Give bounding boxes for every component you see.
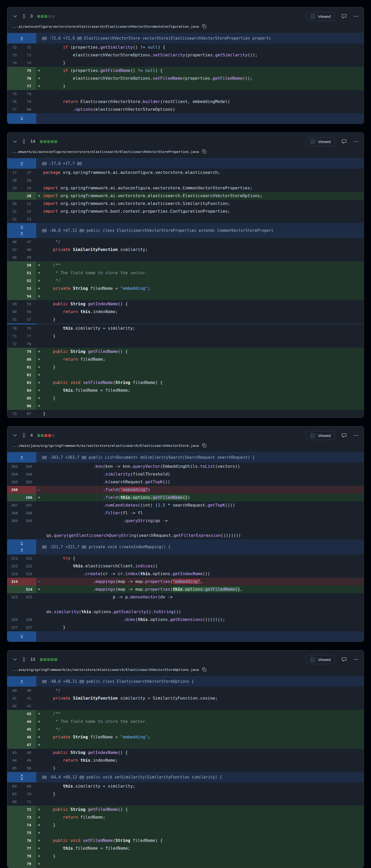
new-line-number[interactable]: 82 — [22, 371, 36, 379]
new-line-number[interactable]: 57 — [22, 316, 36, 323]
old-line-number[interactable] — [7, 852, 22, 860]
new-line-number[interactable]: 84 — [22, 386, 36, 394]
new-line-number[interactable]: 72 — [22, 806, 36, 813]
old-line-number[interactable]: 41 — [7, 694, 22, 702]
old-line-number[interactable]: 75 — [7, 90, 22, 98]
old-line-number[interactable] — [7, 402, 22, 410]
new-line-number[interactable]: 77 — [22, 82, 36, 90]
copy-path-button[interactable] — [202, 24, 207, 29]
old-line-number[interactable]: 49 — [7, 300, 22, 308]
old-line-number[interactable]: 45 — [7, 764, 22, 772]
old-line-number[interactable] — [7, 725, 22, 733]
new-line-number[interactable]: 79 — [22, 860, 36, 868]
new-line-number[interactable]: 23 — [22, 215, 36, 223]
new-line-number[interactable]: 74 — [22, 59, 36, 67]
old-line-number[interactable] — [7, 386, 22, 394]
old-line-number[interactable]: 72 — [7, 340, 22, 348]
old-line-number[interactable]: 17 — [7, 169, 22, 177]
kebab-menu-button[interactable] — [353, 433, 359, 438]
new-line-number[interactable]: 78 — [22, 852, 36, 860]
viewed-button[interactable]: Viewed — [306, 137, 335, 146]
old-line-number[interactable] — [7, 821, 22, 829]
new-line-number[interactable]: 56 — [22, 308, 36, 316]
new-line-number[interactable]: 18 — [22, 177, 36, 184]
new-line-number[interactable]: 83 — [22, 379, 36, 386]
expand-file-handle[interactable] — [22, 433, 26, 438]
new-line-number[interactable]: 53 — [22, 285, 36, 292]
old-line-number[interactable]: 263 — [7, 463, 22, 470]
old-line-number[interactable] — [7, 371, 22, 379]
new-line-number[interactable]: 50 — [22, 261, 36, 269]
new-line-number[interactable]: 54 — [22, 292, 36, 300]
expand-down-button[interactable] — [7, 113, 36, 124]
old-line-number[interactable]: 19 — [7, 184, 22, 192]
new-line-number[interactable]: 263 — [22, 463, 36, 470]
new-line-number[interactable]: 20 — [22, 192, 36, 200]
old-line-number[interactable] — [7, 733, 22, 741]
new-line-number[interactable]: 41 — [22, 694, 36, 702]
new-line-number[interactable]: 49 — [22, 253, 36, 261]
new-line-number[interactable]: 45 — [22, 725, 36, 733]
new-line-number[interactable]: 76 — [22, 74, 36, 82]
copy-path-button[interactable] — [202, 443, 207, 448]
old-line-number[interactable]: 268 — [7, 509, 22, 517]
new-line-number[interactable]: 77 — [22, 332, 36, 340]
expand-file-handle[interactable] — [22, 657, 26, 662]
old-line-number[interactable]: 44 — [7, 756, 22, 764]
new-line-number[interactable]: 75 — [22, 67, 36, 74]
old-line-number[interactable] — [7, 67, 22, 74]
new-line-number[interactable]: 21 — [22, 200, 36, 208]
expand-hunk-button[interactable] — [7, 33, 36, 43]
viewed-checkbox[interactable] — [310, 139, 315, 144]
new-line-number[interactable]: 69 — [22, 782, 36, 790]
new-line-number[interactable]: 46 — [22, 733, 36, 741]
old-line-number[interactable]: 22 — [7, 215, 22, 223]
new-line-number[interactable] — [22, 578, 36, 586]
expand-hunk-button[interactable] — [7, 539, 36, 554]
collapse-file-button[interactable] — [12, 433, 18, 438]
comment-button[interactable] — [341, 14, 347, 19]
old-line-number[interactable]: 73 — [7, 410, 22, 417]
old-line-number[interactable] — [7, 741, 22, 749]
old-line-number[interactable]: 50 — [7, 308, 22, 316]
old-line-number[interactable] — [7, 718, 22, 725]
old-line-number[interactable]: 70 — [7, 324, 22, 332]
new-line-number[interactable]: 267 — [22, 501, 36, 509]
old-line-number[interactable] — [7, 860, 22, 868]
new-line-number[interactable]: 265 — [22, 478, 36, 486]
old-line-number[interactable]: 264 — [7, 470, 22, 478]
new-line-number[interactable]: 73 — [22, 813, 36, 821]
old-line-number[interactable]: 72 — [7, 43, 22, 51]
old-line-number[interactable] — [7, 710, 22, 718]
new-line-number[interactable]: 324 — [22, 586, 36, 593]
old-line-number[interactable]: 265 — [7, 478, 22, 486]
old-line-number[interactable]: 267 — [7, 501, 22, 509]
old-line-number[interactable]: 266 — [7, 486, 22, 494]
new-line-number[interactable]: 50 — [22, 764, 36, 772]
new-line-number[interactable]: 48 — [22, 246, 36, 253]
old-line-number[interactable]: 21 — [7, 208, 22, 215]
old-line-number[interactable]: 327 — [7, 623, 22, 631]
old-line-number[interactable]: 326 — [7, 616, 22, 623]
copy-path-button[interactable] — [202, 149, 207, 154]
viewed-checkbox[interactable] — [310, 657, 315, 662]
old-line-number[interactable] — [7, 394, 22, 402]
old-line-number[interactable]: 42 — [7, 702, 22, 710]
expand-hunk-button[interactable] — [7, 676, 36, 687]
new-line-number[interactable]: 78 — [22, 90, 36, 98]
old-line-number[interactable]: 18 — [7, 177, 22, 184]
new-line-number[interactable]: 77 — [22, 844, 36, 852]
old-line-number[interactable]: 40 — [7, 687, 22, 694]
old-line-number[interactable] — [7, 74, 22, 82]
new-line-number[interactable]: 78 — [22, 340, 36, 348]
old-line-number[interactable] — [7, 806, 22, 813]
new-line-number[interactable]: 266 — [22, 494, 36, 501]
collapse-file-button[interactable] — [12, 14, 18, 19]
expand-hunk-button[interactable] — [7, 158, 36, 169]
new-line-number[interactable]: 70 — [22, 790, 36, 798]
old-line-number[interactable] — [7, 586, 22, 593]
old-line-number[interactable]: 324 — [7, 578, 22, 586]
old-line-number[interactable]: 73 — [7, 51, 22, 59]
old-line-number[interactable] — [7, 348, 22, 355]
new-line-number[interactable]: 81 — [22, 363, 36, 371]
